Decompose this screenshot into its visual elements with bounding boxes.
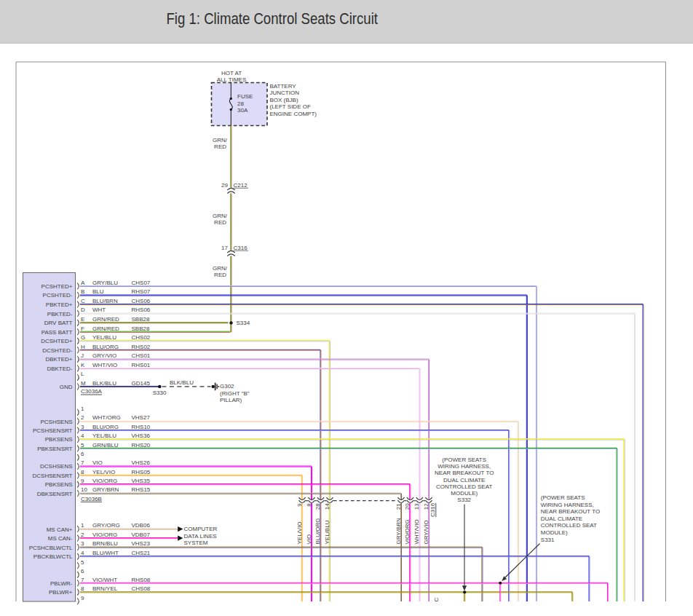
svg-text:(LEFT SIDE OF: (LEFT SIDE OF (270, 103, 311, 110)
svg-text:RED: RED (214, 143, 226, 150)
svg-text:7: 7 (81, 459, 84, 466)
svg-text:J: J (81, 352, 84, 359)
svg-text:PBLWR-: PBLWR- (50, 580, 73, 587)
svg-text:2: 2 (81, 532, 84, 538)
svg-text:PBKTED-: PBKTED- (47, 311, 73, 317)
svg-text:K: K (81, 362, 85, 368)
svg-text:NEAR BREAKOUT TO: NEAR BREAKOUT TO (541, 508, 600, 515)
svg-text:VIO/ORG: VIO/ORG (92, 532, 117, 538)
svg-text:PILLAR): PILLAR) (220, 397, 242, 403)
svg-text:PBKSENS: PBKSENS (45, 436, 73, 443)
svg-text:SBB28: SBB28 (132, 325, 150, 332)
svg-text:BATTERY: BATTERY (270, 83, 297, 90)
svg-text:6: 6 (81, 568, 84, 574)
svg-text:CHS08: CHS08 (132, 585, 151, 592)
svg-text:DCSHTED+: DCSHTED+ (41, 338, 73, 344)
svg-text:GRY/BRN: GRY/BRN (395, 518, 402, 545)
svg-text:YEL/BLU: YEL/BLU (92, 334, 116, 341)
svg-text:4: 4 (81, 550, 84, 556)
svg-text:PBKSENSRT: PBKSENSRT (37, 446, 72, 452)
svg-text:7: 7 (81, 577, 84, 583)
svg-text:BLK/BLU: BLK/BLU (92, 380, 116, 387)
svg-text:GRY/VIO: GRY/VIO (423, 520, 429, 544)
svg-text:RHS15: RHS15 (132, 486, 151, 493)
svg-text:4: 4 (81, 433, 84, 439)
svg-text:VIO: VIO (306, 534, 312, 545)
svg-text:JUNCTION: JUNCTION (270, 90, 300, 96)
svg-text:PCSHCBLWCTL: PCSHCBLWCTL (29, 545, 73, 551)
svg-text:GRY/BRN: GRY/BRN (92, 486, 119, 493)
svg-text:21: 21 (395, 503, 402, 510)
svg-text:VIO: VIO (92, 459, 103, 466)
svg-text:PCSHSENSRT: PCSHSENSRT (33, 427, 73, 434)
svg-text:VIO/ORG: VIO/ORG (92, 478, 117, 484)
svg-text:L: L (81, 371, 84, 377)
svg-text:1: 1 (81, 406, 84, 412)
svg-text:VIO/WHT: VIO/WHT (92, 577, 117, 583)
svg-text:MS CAN-: MS CAN- (48, 535, 73, 542)
svg-text:DUAL CLIMATE: DUAL CLIMATE (443, 477, 485, 483)
svg-text:DBKTED-: DBKTED- (47, 366, 72, 372)
svg-text:VDB06: VDB06 (132, 522, 151, 529)
svg-text:PBLWR+: PBLWR+ (49, 589, 73, 596)
svg-text:29: 29 (221, 182, 228, 189)
svg-text:VHS27: VHS27 (132, 414, 151, 421)
svg-text:B: B (81, 288, 84, 295)
svg-text:CHS01: CHS01 (132, 352, 151, 359)
svg-text:WHT/VIO: WHT/VIO (92, 362, 117, 368)
svg-text:YEL/VIO: YEL/VIO (296, 521, 303, 544)
svg-text:BRN/YEL: BRN/YEL (92, 585, 118, 592)
svg-text:BRN/BLU: BRN/BLU (92, 540, 118, 547)
svg-text:DRV BATT: DRV BATT (44, 320, 73, 326)
svg-text:PASS BATT: PASS BATT (41, 329, 73, 336)
svg-text:RHS01: RHS01 (132, 362, 151, 368)
svg-text:C3036B: C3036B (81, 496, 102, 502)
svg-text:COMPUTER: COMPUTER (184, 526, 218, 532)
svg-text:RHS06: RHS06 (132, 307, 151, 313)
svg-text:CONTROLLED SEAT: CONTROLLED SEAT (541, 522, 597, 529)
svg-text:1: 1 (81, 522, 84, 529)
svg-text:RHS10: RHS10 (132, 424, 151, 430)
svg-text:RED: RED (214, 219, 226, 226)
svg-text:C3036A: C3036A (81, 388, 103, 395)
svg-text:MS CAN+: MS CAN+ (47, 526, 73, 533)
svg-text:CHS21: CHS21 (132, 550, 151, 556)
svg-text:S334: S334 (237, 320, 250, 326)
svg-text:BLU: BLU (92, 288, 104, 295)
svg-text:C316: C316 (429, 502, 436, 517)
svg-text:YEL/BLU: YEL/BLU (324, 520, 330, 544)
svg-text:14: 14 (324, 503, 330, 510)
svg-text:BLU/ORG: BLU/ORG (92, 344, 119, 350)
svg-text:PBCKBLWCTL: PBCKBLWCTL (33, 553, 73, 560)
svg-text:GRN/BLU: GRN/BLU (92, 442, 119, 449)
svg-text:YEL/BLU: YEL/BLU (92, 433, 116, 439)
svg-text:28: 28 (314, 503, 321, 510)
svg-text:PBKSENS: PBKSENS (45, 481, 73, 488)
svg-text:VHS35: VHS35 (132, 478, 151, 484)
svg-text:8: 8 (81, 585, 84, 592)
svg-text:2: 2 (81, 414, 84, 421)
svg-text:MODULE): MODULE) (541, 529, 568, 536)
svg-text:3: 3 (81, 540, 84, 547)
svg-text:S332: S332 (457, 497, 471, 503)
svg-text:GD145: GD145 (132, 380, 151, 387)
svg-text:GRY/VIO: GRY/VIO (92, 352, 116, 359)
svg-text:BLU/ORG: BLU/ORG (92, 424, 119, 430)
svg-text:HOT AT: HOT AT (221, 70, 242, 76)
svg-text:3: 3 (81, 424, 84, 430)
svg-text:ENGINE COMPT): ENGINE COMPT) (270, 111, 317, 117)
svg-text:WIRING HARNESS,: WIRING HARNESS, (541, 502, 594, 508)
svg-text:BLK/BLU: BLK/BLU (170, 379, 194, 386)
svg-text:8: 8 (81, 469, 84, 475)
svg-text:RHS20: RHS20 (132, 442, 151, 449)
svg-text:M: M (81, 380, 86, 387)
svg-text:RHS02: RHS02 (132, 344, 151, 350)
svg-text:WHT/VIO: WHT/VIO (413, 519, 420, 544)
svg-text:DATA LINES: DATA LINES (184, 533, 217, 540)
svg-text:BLU/ORG: BLU/ORG (314, 518, 321, 544)
svg-text:CONTROLLED SEAT: CONTROLLED SEAT (436, 483, 492, 490)
svg-text:VDB07: VDB07 (132, 532, 151, 538)
svg-text:DCSHSENS: DCSHSENS (40, 463, 72, 470)
svg-text:30A: 30A (237, 107, 248, 114)
svg-text:9: 9 (81, 478, 84, 484)
